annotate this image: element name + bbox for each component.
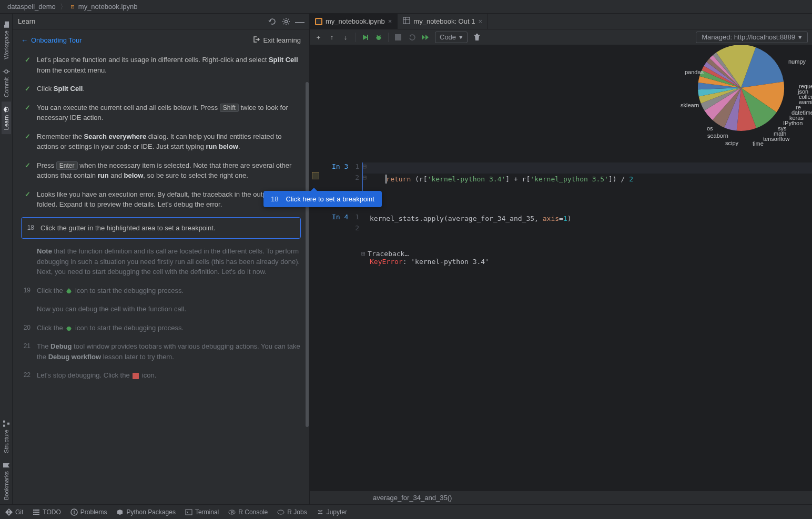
breadcrumb: dataspell_demo 〉 my_notebook.ipynb <box>0 0 812 14</box>
scrollbar-thumb[interactable] <box>306 82 309 427</box>
pie-label-datetime: datetime <box>791 109 812 116</box>
chevron-down-icon: ▾ <box>459 33 463 41</box>
cell-in-label: In 3 <box>332 162 348 170</box>
svg-rect-39 <box>35 514 39 515</box>
learn-icon <box>3 106 10 113</box>
notebook-file-icon <box>69 3 76 11</box>
svg-line-28 <box>377 35 378 36</box>
run-cell-icon[interactable] <box>361 33 369 42</box>
code-cell-in4[interactable]: In 4 1 2 kernel_stats.apply(average_for_… <box>310 213 812 239</box>
line-number: 2 <box>354 224 359 232</box>
check-icon <box>21 160 31 181</box>
kbd-shift: Shift <box>220 104 239 112</box>
kernel-selector[interactable]: Managed: http://localhost:8889 ▾ <box>696 32 808 43</box>
pie-chart <box>696 45 786 133</box>
breadcrumb-project[interactable]: dataspell_demo <box>5 3 58 11</box>
bookmark-icon <box>3 462 10 469</box>
kbd-enter: Enter <box>56 161 78 170</box>
svg-point-11 <box>67 289 71 293</box>
learn-panel-header: Learn — <box>13 14 309 29</box>
delete-cell-icon[interactable] <box>473 33 481 42</box>
restart-icon[interactable] <box>408 33 416 42</box>
rail-commit[interactable]: Commit <box>2 64 11 101</box>
tooltip-text: Click here to set a breakpoint <box>286 195 374 203</box>
rail-bookmarks[interactable]: Bookmarks <box>2 457 11 504</box>
problems-tool[interactable]: Problems <box>70 508 107 516</box>
code-content[interactable]: kernel_stats.apply(average_for_34_and_35… <box>370 213 812 224</box>
pie-label-seaborn: seaborn <box>707 133 728 139</box>
debug-cell-icon[interactable] <box>374 33 383 42</box>
tab-notebook[interactable]: my_notebook.ipynb × <box>310 14 398 29</box>
gear-icon[interactable] <box>282 17 290 26</box>
structure-icon <box>3 420 10 428</box>
stop-icon[interactable] <box>394 33 402 42</box>
fold-end-icon[interactable]: ⊟ <box>362 175 367 180</box>
current-step: 18 Click the gutter in the highlighted a… <box>21 217 301 239</box>
current-function: average_for_34_and_35() <box>373 494 452 502</box>
expand-icon[interactable]: ⊞ <box>361 250 368 258</box>
svg-rect-8 <box>3 421 5 423</box>
cell-in-label: In 4 <box>332 213 348 221</box>
line-number: 1 <box>354 162 359 170</box>
step-number: 18 <box>25 223 34 233</box>
pie-label-os: os <box>707 125 713 131</box>
svg-point-15 <box>67 327 71 331</box>
cell-type-selector[interactable]: Code ▾ <box>435 32 468 43</box>
rail-learn[interactable]: Learn <box>2 101 11 134</box>
rail-workspace[interactable]: Workspace <box>2 17 11 64</box>
svg-rect-9 <box>7 423 9 425</box>
git-tool[interactable]: Git <box>5 508 23 516</box>
todo-tool[interactable]: TODO <box>33 508 60 516</box>
traceback-output[interactable]: ⊞Traceback… KeyError: 'kernel-python 3.4… <box>370 250 812 266</box>
folder-icon <box>3 21 10 28</box>
fold-icon[interactable]: ⊟ <box>362 164 367 169</box>
tool-window-rail: Workspace Commit Learn Structure Bookmar… <box>0 14 13 504</box>
move-up-icon[interactable]: ↑ <box>328 33 336 42</box>
stop-icon <box>131 372 140 380</box>
jupyter-tool[interactable]: Jupyter <box>317 508 347 516</box>
check-icon <box>21 55 31 75</box>
svg-rect-34 <box>33 510 35 511</box>
breadcrumb-file[interactable]: my_notebook.ipynb <box>76 3 140 11</box>
pie-label-time: time <box>753 140 764 147</box>
add-cell-icon[interactable]: ＋ <box>314 33 322 42</box>
svg-rect-38 <box>33 514 35 515</box>
pie-chart-output: numpy pandas sklearn os seaborn scipy ti… <box>310 45 812 158</box>
r-jobs-tool[interactable]: R Jobs <box>277 508 307 516</box>
close-icon[interactable]: × <box>388 17 392 25</box>
python-packages-tool[interactable]: Python Packages <box>116 508 175 516</box>
pie-label-scipy: scipy <box>725 140 738 146</box>
pie-label-pandas: pandas <box>685 69 704 75</box>
svg-rect-30 <box>395 34 401 40</box>
commit-icon <box>3 68 10 75</box>
svg-rect-36 <box>33 512 35 513</box>
check-icon <box>21 189 31 210</box>
minimize-icon[interactable]: — <box>296 17 304 26</box>
pie-label-requests: requests <box>799 83 812 89</box>
svg-rect-24 <box>367 35 368 40</box>
r-console-tool[interactable]: RR Console <box>228 508 268 516</box>
breakpoint-gutter[interactable] <box>312 172 319 179</box>
tooltip-step-number: 18 <box>271 195 278 203</box>
back-to-tour-link[interactable]: ← Onboarding Tour <box>21 36 82 44</box>
rail-structure[interactable]: Structure <box>2 416 11 457</box>
notebook-body[interactable]: numpy pandas sklearn os seaborn scipy ti… <box>310 45 812 491</box>
exit-learning-button[interactable]: Exit learning <box>252 36 301 45</box>
terminal-tool[interactable]: Terminal <box>185 508 219 516</box>
code-cell-in3[interactable]: In 3 1 ⊟ 2 ⊟ def average_for_34_and_35(r… <box>310 162 812 199</box>
svg-rect-43 <box>186 510 192 515</box>
svg-rect-2 <box>72 6 74 6</box>
learn-panel: Learn — ← Onboarding Tour Exit learning … <box>13 14 310 504</box>
svg-point-25 <box>377 36 381 40</box>
breakpoint-hint-tooltip: 18 Click here to set a breakpoint <box>263 191 382 207</box>
move-down-icon[interactable]: ↓ <box>341 33 350 42</box>
close-icon[interactable]: × <box>478 17 482 25</box>
run-all-icon[interactable] <box>421 33 430 42</box>
notebook-status-bar: average_for_34_and_35() <box>310 491 812 504</box>
svg-line-29 <box>380 35 380 36</box>
refresh-icon[interactable] <box>268 17 277 26</box>
svg-point-10 <box>285 20 288 23</box>
learn-panel-title: Learn <box>18 17 35 25</box>
tab-output[interactable]: my_notebook: Out 1 × <box>398 14 488 29</box>
table-icon <box>403 17 410 26</box>
